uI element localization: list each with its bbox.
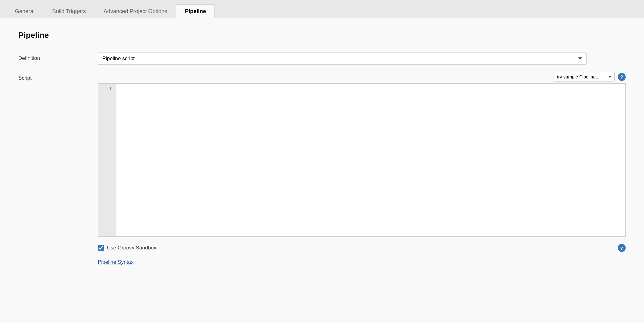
script-help-icon[interactable]: ? (618, 73, 626, 81)
try-sample-select[interactable]: try sample Pipeline... Hello World GitHu… (554, 72, 615, 82)
script-editor-container: 1 (98, 83, 626, 237)
line-numbers: 1 (98, 84, 116, 236)
pipeline-syntax-link[interactable]: Pipeline Syntax (98, 259, 626, 265)
definition-label: Definition (18, 52, 98, 61)
tab-build-triggers[interactable]: Build Triggers (43, 4, 95, 18)
groovy-sandbox-help-icon[interactable]: ? (618, 244, 626, 252)
main-content: Pipeline Definition Pipeline script Pipe… (0, 18, 644, 323)
script-header-row: try sample Pipeline... Hello World GitHu… (98, 72, 626, 82)
groovy-sandbox-label: Use Groovy Sandbox (107, 245, 156, 251)
page-title: Pipeline (18, 31, 626, 40)
tab-pipeline[interactable]: Pipeline (176, 4, 215, 18)
groovy-sandbox-row: Use Groovy Sandbox ? (98, 244, 626, 252)
script-label: Script (18, 72, 98, 81)
line-number-1: 1 (102, 86, 112, 91)
tab-bar: General Build Triggers Advanced Project … (0, 0, 644, 18)
script-textarea[interactable] (116, 84, 625, 236)
definition-control: Pipeline script Pipeline script from SCM (98, 52, 626, 65)
tab-advanced-project-options[interactable]: Advanced Project Options (95, 4, 176, 18)
definition-select[interactable]: Pipeline script Pipeline script from SCM (98, 52, 587, 65)
script-row: Script try sample Pipeline... Hello Worl… (18, 72, 626, 237)
groovy-sandbox-checkbox[interactable] (98, 245, 104, 251)
definition-row: Definition Pipeline script Pipeline scri… (18, 52, 626, 65)
tab-general[interactable]: General (6, 4, 43, 18)
script-area-wrapper: try sample Pipeline... Hello World GitHu… (98, 72, 626, 237)
